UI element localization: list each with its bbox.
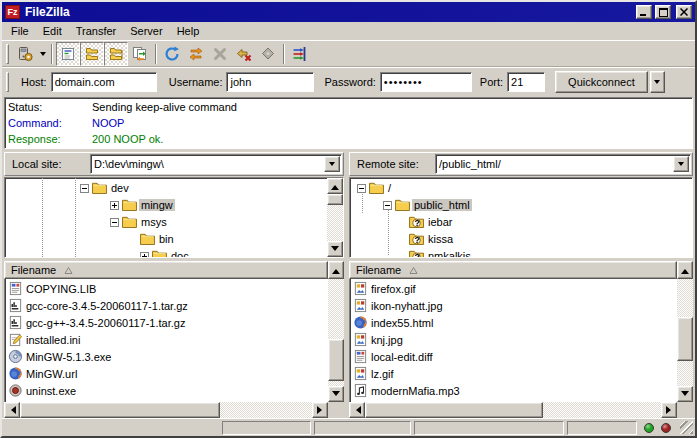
scroll-thumb[interactable]	[20, 402, 220, 418]
host-input[interactable]	[51, 72, 157, 92]
scroll-up-button[interactable]	[327, 178, 343, 194]
menu-server[interactable]: Server	[123, 23, 169, 39]
file-name: MinGW-5.1.3.exe	[26, 351, 111, 363]
password-input[interactable]	[380, 72, 472, 92]
process-queue-button[interactable]	[184, 42, 208, 66]
maximize-button[interactable]	[655, 5, 671, 19]
scroll-down-button[interactable]	[677, 386, 693, 402]
quickconnect-button[interactable]: Quickconnect	[555, 71, 648, 93]
menu-help[interactable]: Help	[170, 23, 207, 39]
scroll-down-button[interactable]	[328, 386, 344, 402]
expand-icon[interactable]	[110, 200, 119, 209]
scroll-right-button[interactable]	[661, 402, 677, 418]
refresh-button[interactable]	[160, 42, 184, 66]
filter-button[interactable]	[288, 42, 312, 66]
scroll-thumb[interactable]	[365, 402, 543, 418]
scroll-track[interactable]	[20, 402, 312, 418]
svg-text:?: ?	[414, 252, 419, 257]
toggle-transfer-queue-button[interactable]	[128, 42, 152, 66]
toggle-local-tree-button[interactable]	[80, 42, 104, 66]
scroll-down-button[interactable]	[327, 241, 343, 257]
reconnect-icon	[260, 46, 276, 62]
scroll-thumb[interactable]	[327, 194, 343, 205]
scroll-up-button[interactable]	[677, 261, 693, 279]
file-row[interactable]: index55.html	[350, 314, 677, 331]
file-row[interactable]: installed.ini	[5, 331, 328, 348]
minimize-button[interactable]	[636, 5, 652, 19]
message-log: Status:Sending keep-alive commandCommand…	[4, 97, 693, 149]
image-icon	[353, 366, 368, 381]
site-manager-button[interactable]	[13, 42, 37, 66]
close-button[interactable]	[676, 5, 692, 19]
file-row[interactable]: modernMafia.mp3	[350, 382, 677, 399]
scroll-track[interactable]	[327, 194, 343, 241]
collapse-icon[interactable]	[80, 183, 89, 192]
tree-item-msys[interactable]: msys	[5, 213, 327, 230]
file-row[interactable]: COPYING.LIB	[5, 280, 328, 297]
status-panel-3	[414, 421, 564, 435]
scroll-track[interactable]	[677, 279, 693, 386]
collapse-icon[interactable]	[383, 200, 392, 209]
port-input[interactable]	[507, 72, 545, 92]
scroll-left-button[interactable]	[349, 402, 365, 418]
connection-led-green	[644, 423, 654, 433]
scroll-right-button[interactable]	[312, 402, 328, 418]
resize-grip[interactable]	[680, 421, 693, 434]
menu-transfer[interactable]: Transfer	[69, 23, 124, 39]
tree-item-nmkalkis[interactable]: ?nmkalkis	[350, 247, 692, 257]
tree-item-label: doc	[169, 250, 191, 258]
menu-edit[interactable]: Edit	[36, 23, 69, 39]
scroll-track[interactable]	[365, 402, 661, 418]
toggle-remote-tree-button[interactable]	[104, 42, 128, 66]
tree-item-doc[interactable]: doc	[5, 247, 327, 257]
file-row[interactable]: gcc-core-3.4.5-20060117-1.tar.gz	[5, 297, 328, 314]
expand-icon[interactable]	[140, 251, 149, 257]
file-row[interactable]: local-edit.diff	[350, 348, 677, 365]
local-hscrollbar	[4, 402, 328, 418]
local-filename-header[interactable]: Filename	[4, 261, 328, 279]
remote-site-dropdown-button[interactable]	[673, 156, 689, 172]
site-manager-dropdown-button[interactable]	[37, 42, 48, 66]
tree-item-bin[interactable]: bin	[5, 230, 327, 247]
remote-site-combobox[interactable]: /public_html/	[435, 154, 691, 174]
tree-item-dev[interactable]: dev	[5, 179, 327, 196]
file-row[interactable]: firefox.gif	[350, 280, 677, 297]
file-row[interactable]: ikon-nyhatt.jpg	[350, 297, 677, 314]
file-row[interactable]: lz.gif	[350, 365, 677, 382]
file-row[interactable]: knj.jpg	[350, 331, 677, 348]
scroll-track[interactable]	[328, 279, 344, 386]
local-site-path: D:\dev\mingw\	[91, 158, 324, 170]
local-site-combobox[interactable]: D:\dev\mingw\	[90, 154, 342, 174]
reconnect-button[interactable]	[256, 42, 280, 66]
scroll-up-button[interactable]	[328, 261, 344, 279]
menu-file[interactable]: File	[4, 23, 36, 39]
file-row[interactable]: gcc-g++-3.4.5-20060117-1.tar.gz	[5, 314, 328, 331]
remote-site-label: Remote site:	[351, 158, 435, 170]
tree-item-[interactable]: /	[350, 179, 692, 196]
file-row[interactable]: MinGW.url	[5, 365, 328, 382]
quickconnect-dropdown-button[interactable]	[650, 71, 665, 93]
tree-item-publichtml[interactable]: public_html	[350, 196, 692, 213]
quickconnect-grip[interactable]	[6, 72, 9, 92]
local-site-dropdown-button[interactable]	[324, 156, 340, 172]
tree-item-mingw[interactable]: mingw	[5, 196, 327, 213]
remote-filename-header[interactable]: Filename	[349, 261, 677, 279]
uninstaller-icon	[8, 383, 23, 398]
tree-item-iebar[interactable]: ?iebar	[350, 213, 692, 230]
file-name: knj.jpg	[371, 334, 403, 346]
file-name: ikon-nyhatt.jpg	[371, 300, 443, 312]
scroll-thumb[interactable]	[328, 339, 344, 381]
collapse-icon[interactable]	[110, 217, 119, 226]
toolbar-grip[interactable]	[6, 44, 9, 64]
file-row[interactable]: uninst.exe	[5, 382, 328, 399]
toggle-message-log-button[interactable]	[56, 42, 80, 66]
username-input[interactable]	[226, 72, 314, 92]
file-row[interactable]: MinGW-5.1.3.exe	[5, 348, 328, 365]
scroll-thumb[interactable]	[677, 317, 693, 361]
cancel-operation-button[interactable]	[208, 42, 232, 66]
disconnect-button[interactable]	[232, 42, 256, 66]
tree-item-kissa[interactable]: ?kissa	[350, 230, 692, 247]
scrollbar-corner	[677, 402, 693, 418]
scroll-left-button[interactable]	[4, 402, 20, 418]
collapse-icon[interactable]	[357, 183, 366, 192]
